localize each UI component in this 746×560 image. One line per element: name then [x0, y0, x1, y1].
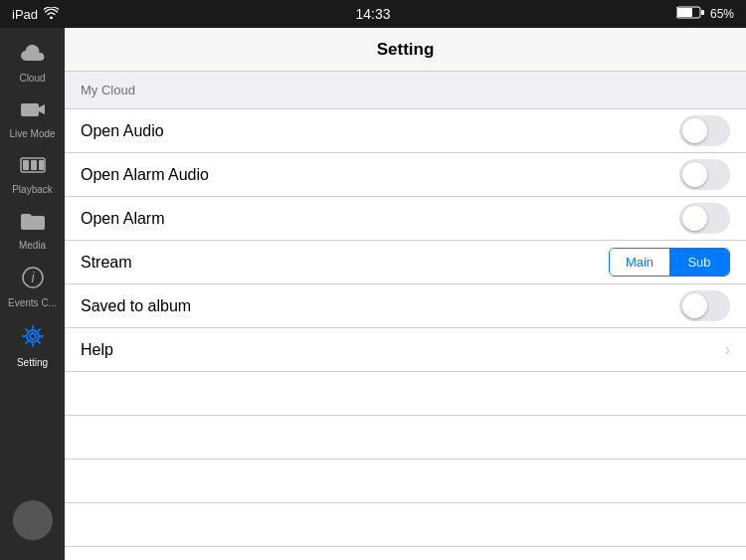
svg-marker-4 [39, 104, 45, 114]
svg-point-11 [30, 333, 36, 339]
stream-segmented-control: Main Sub [609, 248, 730, 277]
sidebar-item-events[interactable]: i Events C... [0, 259, 65, 316]
empty-row-4 [65, 503, 746, 547]
status-right: 65% [676, 6, 734, 22]
circle-button[interactable] [13, 500, 53, 540]
ipad-label: iPad [12, 7, 38, 22]
stream-label: Stream [81, 254, 132, 272]
open-alarm-toggle[interactable] [679, 203, 730, 234]
saved-to-album-toggle[interactable] [679, 290, 730, 321]
settings-row-saved-to-album: Saved to album [65, 284, 746, 328]
open-alarm-label: Open Alarm [81, 210, 164, 228]
folder-icon [20, 211, 46, 237]
saved-to-album-label: Saved to album [81, 297, 191, 315]
svg-point-12 [27, 330, 39, 342]
stream-sub-button[interactable]: Sub [669, 249, 729, 276]
sidebar-item-setting[interactable]: Setting [0, 316, 65, 376]
sidebar-label-media: Media [19, 240, 46, 251]
empty-row-3 [65, 460, 746, 503]
sidebar-label-setting: Setting [17, 357, 48, 368]
chevron-right-icon: › [725, 341, 730, 359]
svg-rect-7 [31, 160, 37, 170]
sidebar-label-cloud: Cloud [19, 73, 45, 84]
cloud-icon [20, 44, 46, 70]
settings-row-help[interactable]: Help › [65, 328, 746, 372]
svg-rect-3 [21, 103, 39, 116]
battery-percent: 65% [710, 7, 734, 21]
empty-row-1 [65, 372, 746, 416]
section-header-my-cloud: My Cloud [65, 72, 746, 109]
sidebar-item-playback[interactable]: Playback [0, 147, 65, 203]
settings-row-open-audio: Open Audio [65, 109, 746, 153]
sidebar-item-live-mode[interactable]: Live Mode [0, 92, 65, 147]
sidebar: Cloud Live Mode Playback [0, 28, 65, 560]
settings-row-stream: Stream Main Sub [65, 241, 746, 284]
settings-row-open-alarm: Open Alarm [65, 197, 746, 241]
open-audio-label: Open Audio [81, 122, 164, 140]
empty-row-5 [65, 547, 746, 560]
svg-rect-8 [39, 160, 44, 170]
sidebar-bottom [13, 500, 53, 544]
help-label: Help [81, 341, 113, 359]
status-bar: iPad 14:33 65% [0, 0, 746, 28]
battery-icon [676, 6, 704, 22]
open-alarm-audio-label: Open Alarm Audio [81, 166, 209, 184]
wifi-icon [44, 7, 59, 22]
open-audio-toggle[interactable] [679, 115, 730, 146]
sidebar-label-events: Events C... [8, 297, 57, 308]
page-header: Setting [65, 28, 746, 72]
settings-list: My Cloud Open Audio Open Alarm Audio Ope… [65, 72, 746, 560]
sidebar-label-live: Live Mode [9, 128, 55, 139]
svg-rect-6 [23, 160, 29, 170]
page-title: Setting [377, 40, 435, 60]
settings-row-open-alarm-audio: Open Alarm Audio [65, 153, 746, 197]
stream-main-button[interactable]: Main [610, 249, 669, 276]
sidebar-item-cloud[interactable]: Cloud [0, 36, 65, 92]
info-icon: i [22, 267, 44, 294]
main-content: Setting My Cloud Open Audio Open Alarm A… [65, 28, 746, 560]
app-container: Cloud Live Mode Playback [0, 28, 746, 560]
playback-icon [20, 155, 46, 181]
svg-rect-2 [701, 10, 704, 15]
open-alarm-audio-toggle[interactable] [679, 159, 730, 190]
settings-icon [21, 324, 45, 354]
camera-icon [20, 99, 46, 125]
status-left: iPad [12, 7, 59, 22]
status-time: 14:33 [355, 6, 390, 22]
sidebar-item-media[interactable]: Media [0, 203, 65, 259]
sidebar-label-playback: Playback [12, 184, 53, 195]
empty-row-2 [65, 416, 746, 460]
svg-rect-1 [677, 8, 692, 17]
svg-text:i: i [31, 270, 35, 285]
